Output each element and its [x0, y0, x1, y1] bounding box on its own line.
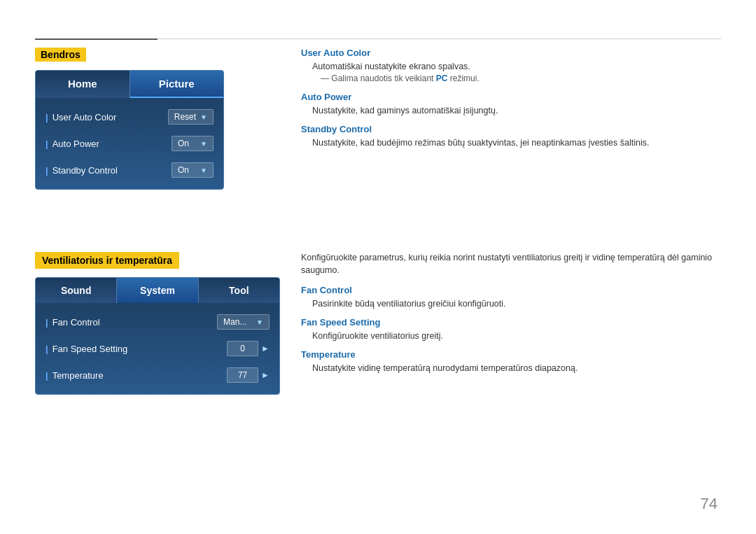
- description-area-top: User Auto Color Automatiškai nustatykite…: [301, 48, 721, 150]
- label-standby-control: Standby Control: [46, 165, 118, 176]
- dropdown-fan-control[interactable]: Man... ▼: [217, 314, 270, 330]
- dropdown-value-reset: Reset: [174, 112, 196, 122]
- dropdown-standby-control[interactable]: On ▼: [172, 162, 214, 178]
- value-box-temperature: 77: [227, 367, 258, 383]
- desc-sub-user-auto-color: Galima naudotis tik veikiant PC režimui.: [321, 73, 721, 83]
- desc-pc-text: PC: [436, 73, 448, 83]
- arrow-btn-temperature[interactable]: ►: [261, 370, 270, 380]
- menu-tabs-ventil: Sound System Tool: [36, 278, 279, 303]
- control-auto-power[interactable]: On ▼: [172, 136, 214, 151]
- section-ventil: Ventiliatorius ir temperatūra Sound Syst…: [35, 252, 280, 395]
- menu-item-fan-speed: Fan Speed Setting 0 ►: [36, 335, 279, 362]
- desc-title-standby-control: Standby Control: [301, 124, 721, 134]
- dropdown-arrow-fan-control: ▼: [256, 318, 263, 326]
- menu-item-temperature: Temperature 77 ►: [36, 362, 279, 388]
- arrow-btn-fan-speed[interactable]: ►: [261, 344, 270, 353]
- label-fan-control: Fan Control: [46, 317, 100, 328]
- menu-item-fan-control: Fan Control Man... ▼: [36, 309, 279, 335]
- dropdown-arrow-standby: ▼: [200, 167, 207, 174]
- description-area-bottom: Konfigūruokite parametrus, kurių reikia …: [301, 252, 721, 375]
- top-accent-line: [35, 38, 158, 40]
- menu-item-standby-control: Standby Control On ▼: [36, 157, 223, 183]
- desc-sub-text: Galima naudotis tik veikiant: [331, 73, 435, 83]
- menu-item-user-auto-color: User Auto Color Reset ▼: [36, 104, 223, 130]
- desc-title-user-auto-color: User Auto Color: [301, 48, 721, 58]
- desc-bullet-fan-control-0: Pasirinkite būdą ventiliatorius greičiui…: [312, 299, 721, 309]
- tab-tool[interactable]: Tool: [199, 278, 279, 303]
- ventil-intro-text: Konfigūruokite parametrus, kurių reikia …: [301, 252, 721, 276]
- desc-title-temperature: Temperature: [301, 349, 721, 360]
- label-fan-speed: Fan Speed Setting: [46, 344, 127, 354]
- dropdown-reset[interactable]: Reset ▼: [168, 109, 214, 125]
- tab-picture[interactable]: Picture: [130, 71, 224, 98]
- label-auto-power: Auto Power: [46, 139, 99, 149]
- dropdown-arrow-auto-power: ▼: [200, 140, 207, 148]
- desc-bullet-auto-power-0: Nustatykite, kad gaminys automatiškai įs…: [312, 106, 721, 115]
- tab-home[interactable]: Home: [36, 71, 130, 98]
- menu-box-ventil: Sound System Tool Fan Control Man... ▼ F…: [35, 277, 280, 395]
- dropdown-auto-power[interactable]: On ▼: [172, 136, 214, 151]
- desc-title-fan-control: Fan Control: [301, 285, 721, 295]
- dropdown-value-standby: On: [178, 165, 189, 175]
- desc-bullet-standby-0: Nustatykite, kad budėjimo režimas būtų s…: [312, 138, 721, 148]
- menu-items-bendros: User Auto Color Reset ▼ Auto Power On ▼: [36, 98, 223, 189]
- control-standby-control[interactable]: On ▼: [172, 162, 214, 178]
- section-bendros-title: Bendros: [35, 48, 86, 62]
- desc-bullet-fan-speed-0: Konfigūruokite ventiliatorius greitį.: [312, 331, 721, 341]
- dropdown-value-auto-power: On: [178, 139, 189, 148]
- desc-sub-text2: režimui.: [447, 73, 479, 83]
- menu-items-ventil: Fan Control Man... ▼ Fan Speed Setting 0…: [36, 303, 279, 394]
- tab-system[interactable]: System: [117, 278, 198, 303]
- section-ventil-title: Ventiliatorius ir temperatūra: [35, 252, 179, 269]
- tab-sound[interactable]: Sound: [36, 278, 117, 303]
- desc-bullet-temperature-0: Nustatykite vidinę temperatūrą nurodydam…: [312, 363, 721, 373]
- control-temperature[interactable]: 77 ►: [227, 367, 270, 383]
- page-number: 74: [701, 495, 718, 513]
- control-user-auto-color[interactable]: Reset ▼: [168, 109, 214, 125]
- section-bendros: Bendros Home Picture User Auto Color Res…: [35, 48, 224, 190]
- menu-item-auto-power: Auto Power On ▼: [36, 130, 223, 157]
- label-temperature: Temperature: [46, 370, 104, 381]
- control-fan-speed[interactable]: 0 ►: [227, 341, 270, 356]
- dropdown-value-fan-control: Man...: [223, 317, 246, 327]
- desc-title-auto-power: Auto Power: [301, 92, 721, 102]
- label-user-auto-color: User Auto Color: [46, 112, 116, 122]
- desc-bullet-user-auto-color-0: Automatiškai nustatykite ekrano spalvas.: [312, 62, 721, 71]
- menu-tabs-bendros: Home Picture: [36, 71, 223, 98]
- menu-box-bendros: Home Picture User Auto Color Reset ▼ Aut…: [35, 70, 224, 190]
- control-fan-control[interactable]: Man... ▼: [217, 314, 270, 330]
- desc-title-fan-speed: Fan Speed Setting: [301, 317, 721, 328]
- value-box-fan-speed: 0: [227, 341, 258, 356]
- dropdown-arrow-reset: ▼: [200, 113, 207, 121]
